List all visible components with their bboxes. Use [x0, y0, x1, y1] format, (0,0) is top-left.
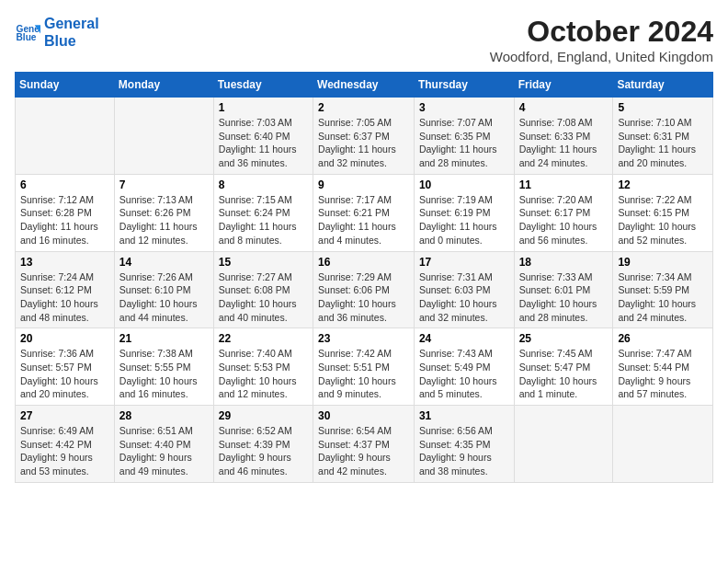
calendar-cell: 8Sunrise: 7:15 AM Sunset: 6:24 PM Daylig… [213, 174, 313, 251]
logo-text-blue: Blue [44, 32, 99, 50]
day-number: 26 [618, 332, 708, 345]
day-number: 28 [119, 409, 209, 422]
calendar-cell: 4Sunrise: 7:08 AM Sunset: 6:33 PM Daylig… [514, 98, 613, 175]
day-info: Sunrise: 7:24 AM Sunset: 6:12 PM Dayligh… [20, 270, 109, 325]
day-info: Sunrise: 7:07 AM Sunset: 6:35 PM Dayligh… [419, 116, 509, 170]
day-info: Sunrise: 7:12 AM Sunset: 6:28 PM Dayligh… [20, 193, 109, 247]
day-info: Sunrise: 7:38 AM Sunset: 5:55 PM Dayligh… [119, 347, 209, 401]
logo-icon: General Blue [15, 19, 40, 45]
day-number: 9 [318, 178, 409, 191]
day-info: Sunrise: 7:43 AM Sunset: 5:49 PM Dayligh… [419, 347, 509, 401]
calendar-cell: 13Sunrise: 7:24 AM Sunset: 6:12 PM Dayli… [16, 251, 115, 328]
day-info: Sunrise: 7:13 AM Sunset: 6:26 PM Dayligh… [119, 193, 209, 247]
calendar-cell: 1Sunrise: 7:03 AM Sunset: 6:40 PM Daylig… [213, 98, 313, 175]
day-info: Sunrise: 7:33 AM Sunset: 6:01 PM Dayligh… [519, 270, 609, 325]
calendar-cell: 28Sunrise: 6:51 AM Sunset: 4:40 PM Dayli… [114, 406, 213, 483]
day-number: 11 [519, 178, 609, 191]
calendar-cell: 31Sunrise: 6:56 AM Sunset: 4:35 PM Dayli… [414, 406, 514, 483]
day-number: 3 [419, 101, 509, 114]
day-info: Sunrise: 7:45 AM Sunset: 5:47 PM Dayligh… [519, 347, 609, 401]
calendar-cell: 11Sunrise: 7:20 AM Sunset: 6:17 PM Dayli… [514, 174, 613, 251]
calendar-cell: 27Sunrise: 6:49 AM Sunset: 4:42 PM Dayli… [16, 406, 115, 483]
calendar-cell: 24Sunrise: 7:43 AM Sunset: 5:49 PM Dayli… [414, 328, 514, 406]
calendar-cell [613, 406, 713, 483]
day-number: 1 [219, 101, 308, 114]
calendar-cell: 6Sunrise: 7:12 AM Sunset: 6:28 PM Daylig… [16, 174, 115, 251]
day-number: 5 [618, 101, 708, 114]
header-day-sunday: Sunday [16, 73, 115, 98]
calendar-body: 1Sunrise: 7:03 AM Sunset: 6:40 PM Daylig… [16, 98, 713, 483]
location: Woodford, England, United Kingdom [490, 49, 713, 64]
day-info: Sunrise: 7:36 AM Sunset: 5:57 PM Dayligh… [20, 347, 109, 401]
svg-text:Blue: Blue [17, 33, 37, 43]
day-number: 15 [219, 256, 308, 269]
header-day-friday: Friday [514, 73, 613, 98]
calendar-cell: 10Sunrise: 7:19 AM Sunset: 6:19 PM Dayli… [414, 174, 514, 251]
day-info: Sunrise: 7:22 AM Sunset: 6:15 PM Dayligh… [618, 193, 708, 247]
day-info: Sunrise: 7:20 AM Sunset: 6:17 PM Dayligh… [519, 193, 609, 247]
header-day-tuesday: Tuesday [213, 73, 313, 98]
calendar-cell: 21Sunrise: 7:38 AM Sunset: 5:55 PM Dayli… [114, 328, 213, 406]
title-block: October 2024 Woodford, England, United K… [490, 15, 713, 64]
day-info: Sunrise: 6:51 AM Sunset: 4:40 PM Dayligh… [119, 424, 209, 478]
calendar-cell: 14Sunrise: 7:26 AM Sunset: 6:10 PM Dayli… [114, 251, 213, 328]
calendar-cell: 16Sunrise: 7:29 AM Sunset: 6:06 PM Dayli… [313, 251, 415, 328]
page-header: General Blue General Blue October 2024 W… [15, 15, 713, 64]
day-info: Sunrise: 7:27 AM Sunset: 6:08 PM Dayligh… [219, 270, 308, 325]
day-number: 20 [20, 332, 109, 345]
logo: General Blue General Blue [15, 15, 99, 50]
day-number: 6 [20, 178, 109, 191]
day-info: Sunrise: 7:40 AM Sunset: 5:53 PM Dayligh… [219, 347, 308, 401]
day-number: 23 [318, 332, 409, 345]
day-number: 25 [519, 332, 609, 345]
calendar-cell: 20Sunrise: 7:36 AM Sunset: 5:57 PM Dayli… [16, 328, 115, 406]
header-row: SundayMondayTuesdayWednesdayThursdayFrid… [16, 73, 713, 98]
calendar-cell: 25Sunrise: 7:45 AM Sunset: 5:47 PM Dayli… [514, 328, 613, 406]
calendar-cell: 17Sunrise: 7:31 AM Sunset: 6:03 PM Dayli… [414, 251, 514, 328]
day-number: 13 [20, 256, 109, 269]
calendar-cell [114, 98, 213, 175]
week-row-4: 20Sunrise: 7:36 AM Sunset: 5:57 PM Dayli… [16, 328, 713, 406]
day-number: 2 [318, 101, 409, 114]
day-number: 4 [519, 101, 609, 114]
week-row-3: 13Sunrise: 7:24 AM Sunset: 6:12 PM Dayli… [16, 251, 713, 328]
day-info: Sunrise: 7:34 AM Sunset: 5:59 PM Dayligh… [618, 270, 708, 325]
calendar-table: SundayMondayTuesdayWednesdayThursdayFrid… [15, 72, 713, 483]
day-info: Sunrise: 6:56 AM Sunset: 4:35 PM Dayligh… [419, 424, 509, 478]
day-info: Sunrise: 7:15 AM Sunset: 6:24 PM Dayligh… [219, 193, 308, 247]
calendar-cell [514, 406, 613, 483]
calendar-header: SundayMondayTuesdayWednesdayThursdayFrid… [16, 73, 713, 98]
day-number: 27 [20, 409, 109, 422]
day-info: Sunrise: 7:10 AM Sunset: 6:31 PM Dayligh… [618, 116, 708, 170]
day-number: 12 [618, 178, 708, 191]
calendar-cell: 15Sunrise: 7:27 AM Sunset: 6:08 PM Dayli… [213, 251, 313, 328]
day-info: Sunrise: 7:42 AM Sunset: 5:51 PM Dayligh… [318, 347, 409, 401]
header-day-wednesday: Wednesday [313, 73, 415, 98]
calendar-cell: 26Sunrise: 7:47 AM Sunset: 5:44 PM Dayli… [613, 328, 713, 406]
day-info: Sunrise: 7:17 AM Sunset: 6:21 PM Dayligh… [318, 193, 409, 247]
day-number: 10 [419, 178, 509, 191]
day-number: 17 [419, 256, 509, 269]
day-number: 19 [618, 256, 708, 269]
week-row-1: 1Sunrise: 7:03 AM Sunset: 6:40 PM Daylig… [16, 98, 713, 175]
header-day-saturday: Saturday [613, 73, 713, 98]
calendar-cell: 23Sunrise: 7:42 AM Sunset: 5:51 PM Dayli… [313, 328, 415, 406]
day-number: 21 [119, 332, 209, 345]
day-info: Sunrise: 7:31 AM Sunset: 6:03 PM Dayligh… [419, 270, 509, 325]
day-number: 7 [119, 178, 209, 191]
day-info: Sunrise: 6:54 AM Sunset: 4:37 PM Dayligh… [318, 424, 409, 478]
header-day-thursday: Thursday [414, 73, 514, 98]
header-day-monday: Monday [114, 73, 213, 98]
day-number: 8 [219, 178, 308, 191]
day-info: Sunrise: 7:08 AM Sunset: 6:33 PM Dayligh… [519, 116, 609, 170]
calendar-cell: 3Sunrise: 7:07 AM Sunset: 6:35 PM Daylig… [414, 98, 514, 175]
day-info: Sunrise: 7:26 AM Sunset: 6:10 PM Dayligh… [119, 270, 209, 325]
day-info: Sunrise: 6:49 AM Sunset: 4:42 PM Dayligh… [20, 424, 109, 478]
day-info: Sunrise: 7:05 AM Sunset: 6:37 PM Dayligh… [318, 116, 409, 170]
day-number: 30 [318, 409, 409, 422]
day-number: 22 [219, 332, 308, 345]
calendar-cell: 12Sunrise: 7:22 AM Sunset: 6:15 PM Dayli… [613, 174, 713, 251]
day-info: Sunrise: 7:29 AM Sunset: 6:06 PM Dayligh… [318, 270, 409, 325]
calendar-cell: 18Sunrise: 7:33 AM Sunset: 6:01 PM Dayli… [514, 251, 613, 328]
calendar-cell [16, 98, 115, 175]
